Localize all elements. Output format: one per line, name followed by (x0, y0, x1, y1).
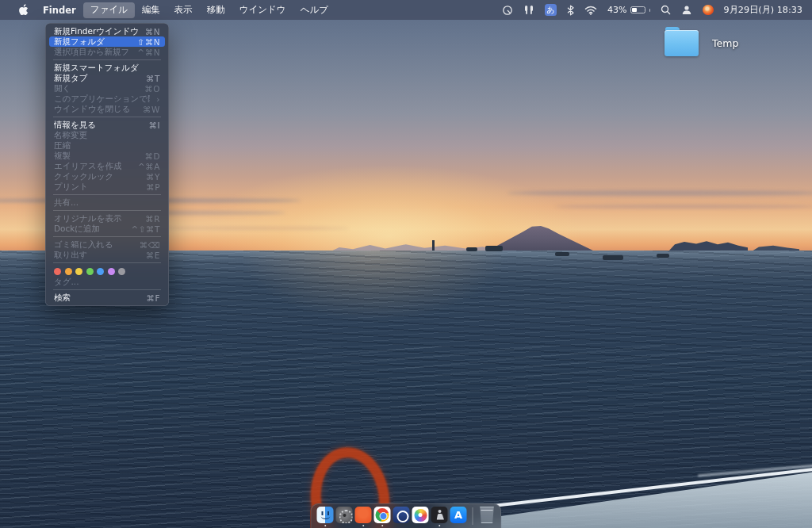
battery-icon (630, 6, 645, 14)
menu-item: ゴミ箱に入れる⌘⌫ (49, 239, 165, 250)
menu-item: エイリアスを作成^⌘A (49, 161, 165, 171)
menu-item-shortcut: › (156, 94, 160, 104)
rock-silhouette (485, 246, 503, 251)
tag-color-dot[interactable] (86, 268, 94, 275)
dock-app-photos[interactable] (412, 507, 429, 526)
menu-item-label: 取り出す (54, 250, 88, 261)
menu-item-shortcut: ⌘I (148, 121, 160, 130)
folder-label: Temp (712, 37, 738, 49)
desktop-folder-temp[interactable]: Temp (665, 30, 738, 56)
menu-item-label: ゴミ箱に入れる (54, 239, 113, 251)
menu-item[interactable]: 新規スマートフォルダ (49, 63, 165, 73)
rock-silhouette (555, 252, 569, 256)
menu-item[interactable]: 新規Finderウインドウ⌘N (49, 26, 165, 36)
menubar-item-Finder[interactable]: Finder (36, 2, 83, 17)
photos-icon (412, 507, 429, 523)
gauge-icon[interactable] (502, 5, 513, 16)
menu-item[interactable]: 情報を見る⌘I (49, 120, 165, 130)
orange-swirl-icon[interactable] (703, 5, 714, 16)
apple-menu[interactable] (10, 4, 36, 16)
menu-item: 開く⌘O (49, 83, 165, 94)
tag-color-row (45, 266, 169, 277)
menu-item[interactable]: 検索⌘F (49, 293, 165, 303)
menu-item-shortcut: ⌘⌫ (140, 240, 160, 250)
menu-item-label: 新規Finderウインドウ (54, 26, 139, 37)
menubar-item-ウインドウ[interactable]: ウインドウ (232, 2, 293, 18)
menu-item-shortcut: ⌘Y (146, 172, 160, 182)
menu-item-label: 圧縮 (54, 140, 71, 151)
dock-app-finder[interactable] (317, 507, 334, 526)
dock-app-chrome[interactable] (374, 507, 391, 526)
menu-item: プリント⌘P (49, 182, 165, 192)
input-source-icon[interactable]: あ (545, 4, 557, 16)
menubar-item-ファイル[interactable]: ファイル (83, 2, 135, 18)
menu-item-label: 選択項目から新規フォルダ (54, 47, 131, 58)
dock-app-trash[interactable] (479, 507, 496, 526)
menu-bar-apps: Finderファイル編集表示移動ウインドウヘルプ (0, 2, 335, 18)
menu-item-shortcut: ^⌘N (137, 48, 160, 57)
menu-item-label: Dockに追加 (54, 224, 100, 235)
menu-separator (53, 210, 161, 211)
cloud-streak (143, 227, 349, 230)
dock-app-orange-app[interactable] (355, 507, 372, 526)
dock-app-settings[interactable] (336, 507, 353, 526)
menubar-item-表示[interactable]: 表示 (167, 2, 200, 18)
menu-item-shortcut: ⌘D (144, 151, 160, 161)
cloud-streak (555, 205, 812, 209)
bluetooth-icon[interactable] (567, 5, 574, 16)
folder-icon (665, 30, 699, 56)
menubar-item-ヘルプ[interactable]: ヘルプ (293, 2, 335, 18)
menu-item: オリジナルを表示⌘R (49, 213, 165, 224)
menu-separator (53, 236, 161, 237)
battery-fill (632, 8, 637, 13)
app-store-icon (450, 507, 467, 523)
menu-item[interactable]: 新規フォルダ⇧⌘N (49, 36, 165, 47)
menu-item-label: 新規フォルダ (54, 36, 105, 48)
menu-item-shortcut: ⇧⌘N (137, 37, 160, 47)
wifi-icon[interactable] (584, 6, 597, 15)
menu-item-label: ウインドウを閉じる (54, 104, 130, 115)
menu-item-label: クイックルック (54, 171, 113, 182)
menu-item-shortcut: ⌘N (145, 27, 160, 36)
menu-separator (53, 59, 161, 60)
menu-item: 圧縮 (49, 140, 165, 151)
airpods-icon[interactable] (523, 5, 534, 15)
menubar-item-編集[interactable]: 編集 (135, 2, 167, 18)
tag-color-dot[interactable] (54, 268, 61, 275)
menu-bar-clock[interactable]: 9月29日(月) 18:33 (724, 4, 802, 16)
rock-silhouette (657, 254, 669, 258)
tag-color-dot[interactable] (65, 268, 72, 275)
menu-item-shortcut: ⌘E (146, 251, 160, 260)
menu-item-shortcut: ⌘O (144, 84, 160, 94)
dock-app-1password[interactable] (393, 507, 410, 526)
user-icon[interactable] (681, 5, 692, 15)
menu-item: Dockに追加^⇧⌘T (49, 224, 165, 234)
menu-item-label: プリント (54, 182, 88, 193)
tag-color-dot[interactable] (97, 268, 104, 275)
menu-item-shortcut: ⌘P (146, 182, 160, 192)
menu-item-label: 新規スマートフォルダ (54, 63, 139, 74)
chrome-icon (374, 507, 391, 523)
menu-item-label: オリジナルを表示 (54, 213, 121, 224)
spotlight-search-icon[interactable] (661, 5, 671, 15)
tag-color-dot[interactable] (75, 268, 82, 275)
tag-color-dot[interactable] (118, 268, 125, 275)
menubar-item-移動[interactable]: 移動 (200, 2, 232, 18)
menu-item: 名称変更 (49, 130, 165, 140)
dock-app-app-store[interactable] (450, 507, 467, 526)
menu-bar-status: あ 43% (502, 4, 812, 16)
running-indicator-dot (381, 525, 384, 527)
trash-icon (479, 507, 496, 523)
menu-item-label: 情報を見る (54, 120, 96, 131)
menu-item[interactable]: 新規タブ⌘T (49, 73, 165, 83)
dock-app-dark-figure[interactable] (431, 507, 448, 526)
battery-indicator[interactable]: 43% (607, 5, 650, 15)
menu-bar: Finderファイル編集表示移動ウインドウヘルプ あ (0, 0, 812, 20)
1password-icon (393, 507, 410, 523)
menu-separator (53, 117, 161, 117)
menu-item-label: このアプリケーションで開く (54, 94, 150, 105)
menu-item-shortcut: ⌘T (146, 74, 160, 83)
menu-item-shortcut: ⌘W (143, 105, 160, 114)
tag-color-dot[interactable] (108, 268, 115, 275)
menu-item-label: 新規タブ (54, 73, 88, 84)
